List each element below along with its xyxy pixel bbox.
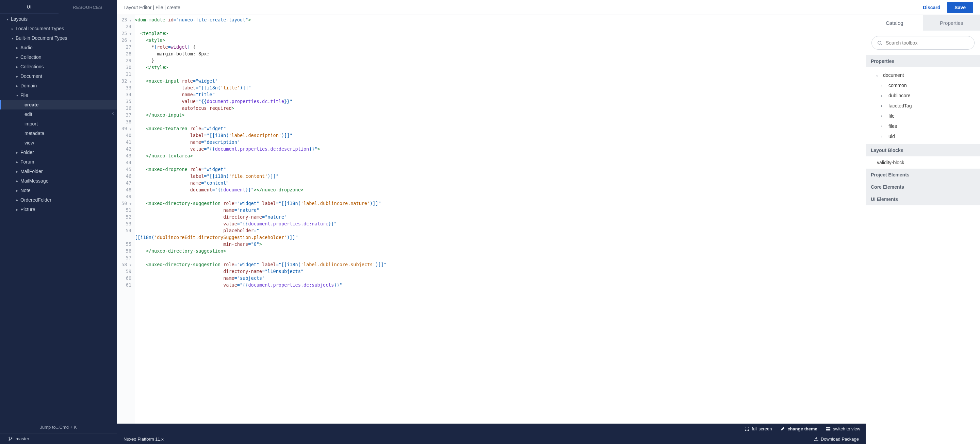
search-input[interactable] <box>886 40 969 46</box>
prop-uid[interactable]: ›uid <box>866 131 980 141</box>
topbar: Layout Editor | File | create Discard Sa… <box>117 0 980 15</box>
change-theme-button[interactable]: change theme <box>780 426 817 431</box>
download-package-button[interactable]: Download Package <box>814 436 859 442</box>
tree-item-file-create[interactable]: create <box>0 100 117 109</box>
jump-to[interactable]: Jump to...Cmd + K <box>0 421 117 433</box>
section-layout-blocks[interactable]: Layout Blocks <box>866 144 980 156</box>
tree-item-domain[interactable]: ▸Domain <box>0 81 117 90</box>
section-project-elements[interactable]: Project Elements <box>866 169 980 181</box>
tree-item-file-import[interactable]: import <box>0 119 117 128</box>
editor-panel: 23 ▼2425 ▼26 ▼272829303132 ▼333435363738… <box>117 15 865 444</box>
tab-catalog[interactable]: Catalog <box>866 15 923 30</box>
svg-point-5 <box>878 41 881 44</box>
tree-item-file-metadata[interactable]: metadata <box>0 128 117 138</box>
pencil-icon <box>780 426 785 431</box>
right-panel-tabs: Catalog Properties <box>866 15 980 30</box>
tree-item-collection[interactable]: ▸Collection <box>0 52 117 62</box>
tree-item-collections[interactable]: ▸Collections <box>0 62 117 71</box>
fullscreen-icon <box>744 426 749 431</box>
tree-item-document[interactable]: ▸Document <box>0 71 117 81</box>
branch-bar[interactable]: master <box>0 433 117 444</box>
download-icon <box>814 436 819 441</box>
tree-item-note[interactable]: ▸Note <box>0 186 117 195</box>
tab-resources[interactable]: RESOURCES <box>59 0 117 14</box>
editor-toolbar: full screen change theme switch to view <box>117 423 865 434</box>
tree-builtin-doc-types[interactable]: ▾Built-in Document Types <box>0 33 117 43</box>
tree-item-folder[interactable]: ▸Folder <box>0 147 117 157</box>
prop-common[interactable]: ›common <box>866 80 980 90</box>
switch-view-label: switch to view <box>833 426 860 431</box>
download-label: Download Package <box>821 436 859 442</box>
tab-ui[interactable]: UI <box>0 0 59 14</box>
save-button[interactable]: Save <box>947 2 973 13</box>
editor-code[interactable]: <dom-module id="nuxeo-file-create-layout… <box>135 15 865 423</box>
section-ui-elements[interactable]: UI Elements <box>866 193 980 205</box>
git-branch-icon <box>8 436 13 441</box>
prop-facetedtag[interactable]: ›facetedTag <box>866 101 980 111</box>
tree-local-doc-types[interactable]: ▸Local Document Types <box>0 24 117 33</box>
platform-label: Nuxeo Platform 11.x <box>124 436 814 442</box>
svg-rect-3 <box>826 427 830 428</box>
change-theme-label: change theme <box>788 426 817 431</box>
tree-item-forum[interactable]: ▸Forum <box>0 157 117 166</box>
section-core-elements[interactable]: Core Elements <box>866 181 980 193</box>
tree-layouts[interactable]: ▾Layouts <box>0 14 117 24</box>
prop-files[interactable]: ›files <box>866 121 980 131</box>
tree-item-audio[interactable]: ▸Audio <box>0 43 117 52</box>
code-editor[interactable]: 23 ▼2425 ▼26 ▼272829303132 ▼333435363738… <box>117 15 865 423</box>
tree-item-file-view[interactable]: view <box>0 138 117 147</box>
tree-item-file-edit[interactable]: edit <box>0 109 117 119</box>
tree-item-picture[interactable]: ▸Picture <box>0 205 117 214</box>
editor-gutter: 23 ▼2425 ▼26 ▼272829303132 ▼333435363738… <box>117 15 135 423</box>
footer-bar: Nuxeo Platform 11.x Download Package <box>117 434 865 444</box>
properties-tree: ⌄document ›common ›dublincore ›facetedTa… <box>866 67 980 144</box>
block-validity[interactable]: validity-block <box>866 156 980 169</box>
main: Layout Editor | File | create Discard Sa… <box>117 0 980 444</box>
search-toolbox[interactable] <box>872 36 975 50</box>
svg-point-0 <box>9 437 10 438</box>
discard-button[interactable]: Discard <box>923 5 940 10</box>
tree-item-orderedfolder[interactable]: ▸OrderedFolder <box>0 195 117 205</box>
prop-file[interactable]: ›file <box>866 111 980 121</box>
svg-point-1 <box>9 440 10 441</box>
layout-icon <box>826 426 831 431</box>
tab-properties[interactable]: Properties <box>923 15 980 30</box>
prop-document[interactable]: ⌄document <box>866 70 980 80</box>
right-panel: Catalog Properties Properties ⌄document … <box>865 15 980 444</box>
breadcrumb: Layout Editor | File | create <box>124 5 923 10</box>
svg-point-2 <box>11 438 12 439</box>
sidebar: UI RESOURCES ▾Layouts ▸Local Document Ty… <box>0 0 117 444</box>
fullscreen-button[interactable]: full screen <box>744 426 772 431</box>
section-properties[interactable]: Properties <box>866 55 980 67</box>
svg-rect-4 <box>826 429 830 430</box>
sidebar-tabs: UI RESOURCES <box>0 0 117 14</box>
switch-view-button[interactable]: switch to view <box>826 426 860 431</box>
tree-item-mailfolder[interactable]: ▸MailFolder <box>0 166 117 176</box>
tree-item-file[interactable]: ▾File <box>0 90 117 100</box>
prop-dublincore[interactable]: ›dublincore <box>866 90 980 101</box>
branch-name: master <box>16 436 29 441</box>
search-icon <box>877 40 882 46</box>
fullscreen-label: full screen <box>752 426 772 431</box>
tree-item-mailmessage[interactable]: ▸MailMessage <box>0 176 117 186</box>
sidebar-tree: ▾Layouts ▸Local Document Types ▾Built-in… <box>0 14 117 421</box>
collapse-sidebar-icon[interactable]: ‹ <box>112 109 114 117</box>
